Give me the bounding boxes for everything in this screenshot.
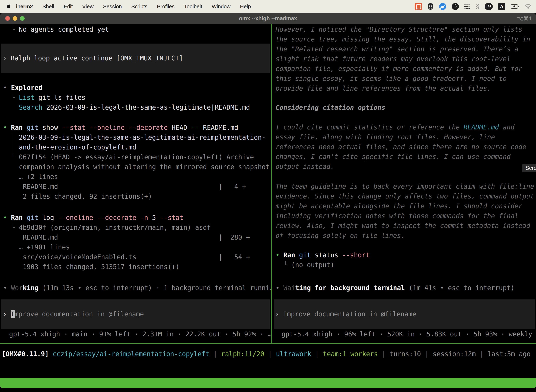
menu-item-session[interactable]: Session [98,4,127,9]
screen-tooltip: Scre [522,164,536,172]
terminal-line: 2 files changed, 92 insertions(+) [0,191,271,201]
terminal-line: However, I noticed the "Directory Struct… [273,25,536,34]
agents-note: └ No agents completed yet [0,25,271,34]
terminal-line: 1903 files changed, 513517 insertions(+) [0,262,271,272]
menu-item-scripts[interactable]: Scripts [127,4,152,9]
tmux-status-bar: [omx-cczip0:bash* "MacBook-Pro-44.local"… [0,378,536,388]
terminal-line: • Ran git status --short [273,250,536,260]
terminal-line: └ No agents completed yet [0,25,271,34]
terminal-line: changes, I can't cite specific file line… [273,152,536,162]
terminal-line: including verification notes with those … [273,211,536,221]
terminal-line: └ 067f154 (HEAD -> essay/ai-reimplementa… [0,152,271,162]
wifi-icon[interactable] [525,4,531,9]
menu-item-view[interactable]: View [77,4,98,9]
terminal-line: might be acceptable alongside the file l… [273,201,536,211]
terminal-line: the source tree, missing the essay. Stil… [273,34,536,44]
git-log-block: • Ran git log --oneline --decorate -n 5 … [0,213,271,272]
terminal-line: └ List git ls-files [0,93,271,103]
grid-dots-icon[interactable] [464,3,471,10]
moon-circle-icon[interactable] [452,3,459,10]
blue-badge-icon[interactable] [439,3,446,10]
battery-percent-badge-icon[interactable]: ..61 [485,3,493,10]
terminal-line: • Explored [0,83,271,93]
window-shortcut-badge: ⌥⌘1 [517,15,532,22]
terminal-line: • Waiting for background terminal (1m 41… [273,283,536,293]
shield-grid-icon[interactable] [427,3,434,10]
explored-block: • Explored └ List git ls-files Search 20… [0,83,271,112]
terminal-line: src/voice/voiceModeEnabled.ts | 54 + [0,252,271,262]
terminal-line: and-the-erosion-of-copyleft.md [0,142,271,152]
terminal-line: └ 4b9d30f (origin/main, instructkr/main,… [0,223,271,233]
right-pane: However, I noticed the "Directory Struct… [273,24,536,343]
terminal-line: README.md | 280 + [0,233,271,242]
terminal-line: … +2 lines [0,172,271,182]
session-status-right: gpt-5.4 xhigh · 96% left · 520K in · 5.8… [273,329,536,339]
menu-item-help[interactable]: Help [235,4,256,9]
terminal-line: gpt-5.4 xhigh · 96% left · 520K in · 5.8… [273,329,536,339]
terminal-line: • Ran git show --stat --oneline --decora… [0,123,271,133]
prompt-text-right: › Improve documentation in @filename [274,309,416,319]
terminal-line: I could cite commit statistics or refere… [273,122,536,132]
tree-guide-line [12,133,12,154]
terminal-line: Considering citation options [273,103,536,112]
pane-divider[interactable] [271,24,272,343]
terminal-line: • Working (11m 13s • esc to interrupt) ·… [0,283,271,293]
menu-item-iterm2[interactable]: iTerm2 [11,4,38,9]
terminal-line: evidence. Since this change only affects… [273,191,536,201]
reasoning-paragraph-1: However, I noticed the "Directory Struct… [273,25,536,93]
battery-icon[interactable] [511,4,519,9]
menu-item-profiles[interactable]: Profiles [152,4,179,9]
terminal-line: Search 2026-03-09-is-legal-the-same-as-l… [0,103,271,112]
terminal-line: provide file and line references from th… [273,84,536,93]
terminal-line: this single essay, it seems like a good … [273,74,536,84]
screen: iTerm2 Shell Edit View Session Scripts P… [0,0,536,392]
git-status-block: • Ran git status --short └ (no output) [273,250,536,270]
terminal-line: gpt-5.4 xhigh · main · 91% left · 2.31M … [0,329,271,339]
apple-menu-icon[interactable] [6,4,11,9]
terminal: └ No agents completed yet › Ralph loop a… [0,24,536,343]
prompt-input-right[interactable]: › Improve documentation in @filename [274,299,535,329]
terminal-line: essay file, along with finding root file… [273,132,536,142]
inject-input-box[interactable]: › Ralph loop active continue [OMX_TMUX_I… [1,44,270,73]
working-status-line: • Working (11m 13s • esc to interrupt) ·… [0,283,271,293]
input-source-icon[interactable]: A [498,3,505,10]
terminal-line: companion file, especially if more comme… [273,64,536,74]
terminal-line: review. Also, I might want to inspect th… [273,221,536,231]
prompt-input-left[interactable]: › Improve documentation in @filename [1,299,270,329]
window-title: omx --xhigh --madmax [0,15,536,22]
window-title-bar[interactable]: omx --xhigh --madmax ⌥⌘1 [0,13,536,24]
menu-item-shell[interactable]: Shell [38,4,59,9]
reasoning-paragraph-2: I could cite commit statistics or refere… [273,122,536,172]
terminal-line: of focusing solely on file lines. [273,231,536,241]
terminal-line: slight risk that future readers may over… [273,54,536,64]
terminal-line: references need actual files, and since … [273,142,536,152]
waiting-status-line: • Waiting for background terminal (1m 41… [273,283,536,293]
terminal-line: The team guideline is to back every impo… [273,182,536,191]
left-pane: └ No agents completed yet › Ralph loop a… [0,24,271,343]
prompt-text-left: › Improve documentation in @filename [1,309,144,319]
squiggle-icon[interactable]: § [476,3,479,10]
menu-item-window[interactable]: Window [207,4,235,9]
session-status-left: gpt-5.4 xhigh · main · 91% left · 2.31M … [0,329,271,339]
menu-item-edit[interactable]: Edit [59,4,77,9]
terminal-line: • Ran git log --oneline --decorate -n 5 … [0,213,271,223]
terminal-line: README.md | 4 + [0,182,271,191]
menu-status-icons: § ..61 A [415,3,531,10]
terminal-line: … +1901 lines [0,242,271,252]
menu-bar: iTerm2 Shell Edit View Session Scripts P… [0,0,536,13]
terminal-line: companion analysis without altering the … [0,162,271,172]
reasoning-heading: Considering citation options [273,103,536,112]
terminal-line: 2026-03-09-is-legal-the-same-as-legitima… [0,133,271,142]
omx-status-bar: [OMX#0.11.9] cczip/essay/ai-reimplementa… [0,349,536,359]
terminal-line: └ (no output) [273,260,536,270]
chat-app-icon[interactable] [415,3,422,10]
git-show-block: • Ran git show --stat --oneline --decora… [0,123,271,201]
terminal-line: the "Related research writing" section i… [273,44,536,54]
menu-item-toolbelt[interactable]: Toolbelt [179,4,207,9]
inject-input-text: › Ralph loop active continue [OMX_TMUX_I… [1,53,183,63]
reasoning-paragraph-3: The team guideline is to back every impo… [273,182,536,241]
pane-bottom-border [0,343,536,344]
terminal-line: output instead. [273,162,536,172]
